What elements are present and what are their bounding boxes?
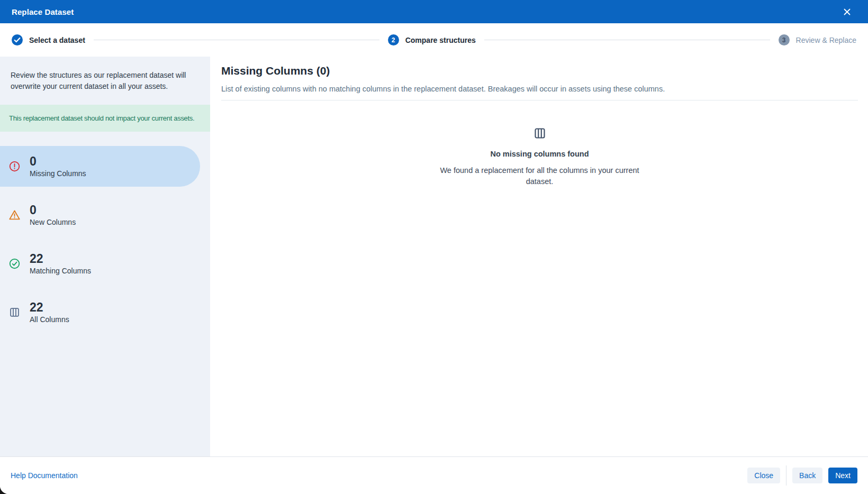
step-select-dataset: Select a dataset: [12, 34, 85, 45]
empty-state: No missing columns found We found a repl…: [434, 127, 646, 187]
check-circle-icon: [8, 258, 21, 269]
card-new-columns[interactable]: 0 New Columns: [0, 195, 200, 235]
step-completed-check-icon: [12, 34, 23, 45]
step-label: Select a dataset: [29, 36, 85, 44]
card-count: 22: [30, 252, 91, 265]
help-documentation-link[interactable]: Help Documentation: [11, 471, 78, 480]
card-text: 22 Matching Columns: [30, 252, 91, 275]
card-label: Missing Columns: [30, 169, 86, 178]
no-impact-banner: This replacement dataset should not impa…: [0, 105, 210, 132]
empty-state-description: We found a replacement for all the colum…: [434, 165, 646, 187]
close-icon[interactable]: [840, 5, 853, 18]
stepper-connector: [484, 40, 770, 40]
error-circle-icon: [8, 161, 21, 172]
modal-titlebar: Replace Dataset: [0, 0, 868, 23]
columns-icon: [534, 127, 546, 142]
step-label: Compare structures: [405, 36, 476, 44]
card-count: 0: [30, 155, 86, 168]
card-label: All Columns: [30, 315, 69, 324]
card-missing-columns[interactable]: 0 Missing Columns: [0, 146, 200, 187]
close-button[interactable]: Close: [747, 468, 780, 483]
warning-triangle-icon: [8, 209, 21, 221]
button-divider: [786, 465, 786, 486]
card-label: New Columns: [30, 218, 76, 226]
panel-subtitle: List of existing columns with no matchin…: [221, 85, 858, 93]
stepper-connector: [94, 40, 379, 40]
card-text: 22 All Columns: [30, 301, 69, 324]
card-matching-columns[interactable]: 22 Matching Columns: [0, 243, 200, 284]
card-all-columns[interactable]: 22 All Columns: [0, 292, 200, 333]
sidebar-intro-text: Review the structures as our replacement…: [0, 70, 210, 92]
panel-title: Missing Columns (0): [221, 65, 858, 77]
card-count: 22: [30, 301, 69, 314]
columns-icon: [8, 307, 21, 318]
card-label: Matching Columns: [30, 267, 91, 275]
modal-title: Replace Dataset: [12, 7, 74, 16]
step-number-badge: 2: [388, 34, 399, 45]
back-button[interactable]: Back: [792, 468, 822, 483]
footer-actions: Close Back Next: [747, 465, 857, 486]
replace-dataset-modal: Replace Dataset Select a dataset 2 Compa…: [0, 0, 868, 494]
column-summary-cards: 0 Missing Columns 0 New Column: [0, 146, 210, 333]
wizard-stepper: Select a dataset 2 Compare structures 3 …: [0, 23, 868, 57]
card-text: 0 Missing Columns: [30, 155, 86, 178]
modal-footer: Help Documentation Close Back Next: [0, 456, 868, 494]
comparison-sidebar: Review the structures as our replacement…: [0, 57, 210, 456]
step-label: Review & Replace: [796, 36, 856, 44]
empty-state-title: No missing columns found: [490, 150, 589, 158]
next-button[interactable]: Next: [828, 468, 857, 483]
modal-body: Review the structures as our replacement…: [0, 57, 868, 456]
panel-divider: [221, 100, 858, 100]
step-compare-structures: 2 Compare structures: [388, 34, 476, 45]
step-number-badge: 3: [779, 34, 790, 45]
missing-columns-panel: Missing Columns (0) List of existing col…: [210, 57, 868, 456]
card-text: 0 New Columns: [30, 204, 76, 226]
step-review-replace: 3 Review & Replace: [779, 34, 856, 45]
card-count: 0: [30, 204, 76, 216]
